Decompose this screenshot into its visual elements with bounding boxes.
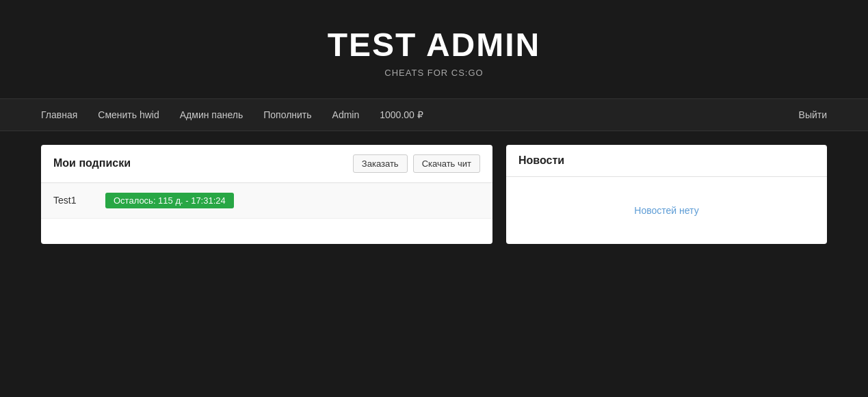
- news-title: Новости: [518, 154, 564, 166]
- navbar: Главная Сменить hwid Админ панель Пополн…: [0, 98, 868, 131]
- subscriptions-title: Мои подписки: [53, 157, 131, 169]
- nav-balance: 1000.00 ₽: [380, 109, 423, 120]
- site-subtitle: CHEATS FOR CS:GO: [14, 68, 854, 78]
- news-panel-header: Новости: [506, 145, 827, 177]
- subscriptions-panel: Мои подписки Заказать Скачать чит Test1 …: [41, 145, 492, 244]
- order-button[interactable]: Заказать: [353, 154, 408, 173]
- news-panel-content: Новостей нету: [506, 177, 827, 244]
- site-title: TEST ADMIN: [14, 27, 854, 64]
- no-news-text: Новостей нету: [634, 205, 698, 216]
- nav-home[interactable]: Главная: [41, 109, 77, 120]
- content-area: Мои подписки Заказать Скачать чит Test1 …: [0, 131, 868, 258]
- download-cheat-button[interactable]: Скачать чит: [413, 154, 480, 173]
- nav-logout[interactable]: Выйти: [799, 109, 827, 120]
- nav-change-hwid[interactable]: Сменить hwid: [98, 109, 159, 120]
- news-panel: Новости Новостей нету: [506, 145, 827, 244]
- subscription-status-badge: Осталось: 115 д. - 17:31:24: [105, 193, 234, 208]
- subscriptions-panel-header: Мои подписки Заказать Скачать чит: [41, 145, 492, 183]
- nav-admin-panel[interactable]: Админ панель: [180, 109, 243, 120]
- nav-topup[interactable]: Пополнить: [263, 109, 311, 120]
- subscription-row: Test1 Осталось: 115 д. - 17:31:24: [41, 183, 492, 219]
- subscription-name: Test1: [53, 195, 94, 206]
- subscriptions-actions: Заказать Скачать чит: [353, 154, 480, 173]
- header: TEST ADMIN CHEATS FOR CS:GO: [0, 0, 868, 98]
- nav-admin[interactable]: Admin: [332, 109, 360, 120]
